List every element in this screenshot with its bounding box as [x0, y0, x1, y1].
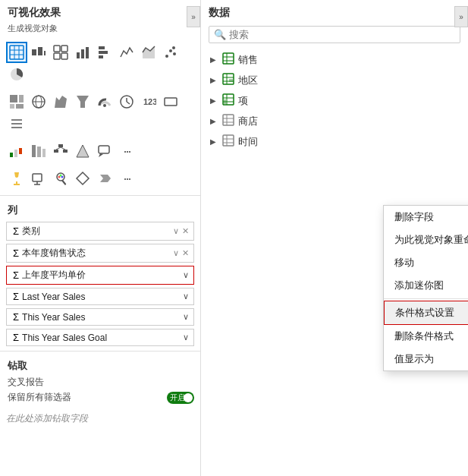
menu-rename[interactable]: 为此视觉对象重命名 — [384, 229, 468, 251]
svg-point-63 — [60, 175, 62, 177]
visualization-icon-grid-3: ··· — [0, 137, 200, 165]
field-this-year-goal[interactable]: Σ This Year Sales Goal ∨ — [6, 329, 194, 346]
tree-label-sales: 销售 — [238, 53, 258, 67]
svg-rect-55 — [16, 181, 17, 184]
svg-rect-74 — [229, 79, 233, 82]
field-class-x[interactable]: ✕ — [182, 226, 189, 236]
tree-icon-item — [222, 93, 234, 108]
decomposition-icon[interactable] — [50, 140, 71, 162]
field-class[interactable]: Σ 类别 ∨ ✕ — [6, 222, 194, 241]
menu-conditional[interactable]: 条件格式设置 ▶ — [384, 301, 468, 325]
tree-item-region[interactable]: ▶ 地区 — [207, 70, 462, 90]
data-tree: ▶ 销售 ▶ 地区 ▶ 项 ▶ 商店 ▶ — [201, 49, 468, 152]
toggle-label: 开启 — [170, 392, 185, 403]
field-class-close[interactable]: ∨ — [173, 226, 179, 236]
clock-icon[interactable] — [116, 91, 137, 112]
arrow-right-icon[interactable] — [94, 168, 115, 189]
menu-move[interactable]: 移动 ▶ — [384, 251, 468, 274]
diamond-icon[interactable] — [72, 168, 93, 189]
waterfall-icon[interactable] — [6, 140, 27, 162]
cross-report-row: 交叉报告 — [8, 376, 194, 389]
svg-line-35 — [127, 102, 130, 104]
table-icon[interactable] — [6, 42, 27, 63]
svg-rect-11 — [61, 53, 68, 59]
funnel-icon[interactable] — [72, 91, 93, 112]
ribbon-icon[interactable] — [28, 140, 49, 162]
map-icon[interactable] — [28, 91, 49, 112]
svg-rect-27 — [16, 104, 24, 109]
divider-1 — [0, 195, 200, 196]
svg-rect-6 — [38, 47, 42, 55]
filled-map-icon[interactable] — [50, 91, 71, 112]
menu-remove-conditional[interactable]: 删除条件格式 — [384, 325, 468, 348]
tree-item-time[interactable]: ▶ 时间 — [207, 131, 462, 152]
search-box[interactable]: 🔍 — [209, 26, 460, 43]
svg-rect-10 — [54, 53, 60, 59]
svg-line-50 — [56, 147, 61, 150]
tree-label-region: 地区 — [238, 74, 258, 87]
add-drillthrough-field[interactable]: 在此处添加钻取字段 — [0, 408, 200, 430]
left-panel-expand[interactable]: » — [187, 6, 200, 27]
tree-item-shop[interactable]: ▶ 商店 — [207, 111, 462, 131]
card-icon[interactable] — [160, 91, 181, 112]
horizontal-bar-icon[interactable] — [94, 42, 115, 63]
matrix-icon[interactable] — [50, 42, 71, 63]
tree-item-item[interactable]: ▶ 项 — [207, 90, 462, 111]
area-chart-icon[interactable] — [138, 42, 159, 63]
field-this-year[interactable]: Σ This Year Sales ∨ — [6, 308, 194, 326]
field-last-year[interactable]: Σ Last Year Sales ∨ — [6, 288, 194, 305]
context-menu: 删除字段 为此视觉对象重命名 移动 ▶ 添加迷你图 条件格式设置 ▶ 删除条件格… — [383, 205, 468, 371]
treemap-icon[interactable] — [6, 91, 27, 112]
menu-sparkline[interactable]: 添加迷你图 — [384, 274, 468, 297]
field-status-x[interactable]: ✕ — [182, 248, 189, 258]
field-lastyear-arrow[interactable]: ∨ — [183, 292, 189, 301]
tree-label-item: 项 — [238, 94, 248, 108]
svg-rect-16 — [99, 51, 108, 54]
field-avg-arrow[interactable]: ∨ — [183, 270, 189, 280]
search-input[interactable] — [229, 29, 455, 40]
field-thisyear-arrow[interactable]: ∨ — [183, 312, 189, 322]
menu-delete[interactable]: 删除字段 — [384, 206, 468, 229]
gauge-icon[interactable] — [94, 91, 115, 112]
field-status-close[interactable]: ∨ — [173, 248, 179, 258]
tree-item-sales[interactable]: ▶ 销售 — [207, 49, 462, 70]
svg-point-22 — [172, 46, 175, 49]
svg-point-19 — [165, 55, 168, 58]
paint-icon[interactable] — [50, 168, 71, 189]
keep-filters-toggle[interactable]: 开启 — [167, 392, 194, 404]
tree-expand-item: ▶ — [210, 96, 221, 105]
svg-rect-53 — [99, 146, 109, 153]
field-thisyear-text: This Year Sales — [22, 312, 180, 323]
drillthrough-section: 钻取 交叉报告 保留所有筛选器 开启 — [0, 355, 200, 408]
bar-chart-icon[interactable] — [72, 42, 93, 63]
field-thisyeargoal-arrow[interactable]: ∨ — [183, 333, 189, 342]
pie-icon[interactable] — [6, 64, 27, 85]
more2-icon[interactable]: ··· — [116, 168, 137, 189]
svg-rect-44 — [32, 145, 36, 157]
globe-icon[interactable] — [28, 168, 49, 189]
field-avg-price[interactable]: Σ 上年度平均单价 ∨ — [6, 266, 194, 285]
more-visuals-icon[interactable]: ··· — [116, 140, 137, 162]
right-panel-expand[interactable]: » — [454, 6, 468, 27]
menu-show-as[interactable]: 值显示为 ▶ — [384, 348, 468, 370]
svg-rect-46 — [42, 149, 46, 157]
keep-filters-label: 保留所有筛选器 — [8, 391, 167, 404]
scatter-icon[interactable] — [160, 42, 181, 63]
tree-expand-sales: ▶ — [210, 55, 221, 64]
visualization-icon-grid — [0, 39, 200, 88]
shape-icon[interactable] — [72, 140, 93, 162]
chat-icon[interactable] — [94, 140, 115, 162]
line-chart-icon[interactable] — [116, 42, 137, 63]
field-status[interactable]: Σ 本年度销售状态 ∨ ✕ — [6, 244, 194, 263]
slicer-icon[interactable] — [6, 113, 27, 134]
stacked-bar-icon[interactable] — [28, 42, 49, 63]
svg-rect-45 — [37, 147, 41, 157]
tree-icon-sales — [222, 52, 234, 67]
trophy-icon[interactable] — [6, 168, 27, 189]
svg-line-51 — [61, 147, 65, 150]
svg-marker-52 — [77, 145, 89, 157]
divider-2 — [0, 351, 200, 351]
svg-rect-42 — [14, 150, 17, 157]
field-thisyear-icon: Σ — [13, 311, 19, 323]
kpi-icon[interactable]: 123 — [138, 91, 159, 112]
